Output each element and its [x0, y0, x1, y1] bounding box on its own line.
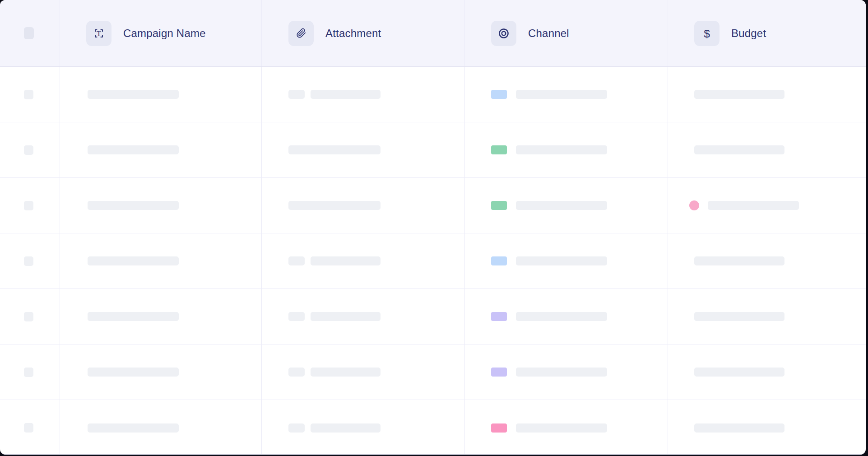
- campaign-name-cell[interactable]: [60, 178, 262, 233]
- campaign-name-skeleton: [88, 368, 179, 377]
- table-row[interactable]: [0, 344, 866, 400]
- attachment-cell[interactable]: [262, 178, 465, 233]
- column-header-channel[interactable]: Channel: [465, 0, 668, 66]
- attachment-cell[interactable]: [262, 233, 465, 288]
- channel-cell[interactable]: [465, 178, 668, 233]
- table-body: [0, 67, 866, 455]
- row-checkbox[interactable]: [24, 145, 33, 155]
- row-select-cell: [0, 67, 60, 122]
- table-row[interactable]: [0, 400, 866, 455]
- screen: { "window": { "background": "#0b0b15", "…: [0, 0, 868, 456]
- table-row[interactable]: [0, 178, 866, 233]
- table-row[interactable]: [0, 67, 866, 122]
- row-select-cell: [0, 289, 60, 344]
- column-label: Campaign Name: [123, 27, 206, 40]
- campaign-name-cell[interactable]: [60, 400, 262, 455]
- row-select-cell: [0, 344, 60, 400]
- campaign-name-cell[interactable]: [60, 289, 262, 344]
- column-header-attachment[interactable]: Attachment: [262, 0, 465, 66]
- channel-cell[interactable]: [465, 122, 668, 177]
- attachment-file-chip: [288, 90, 305, 99]
- attachment-cell[interactable]: [262, 67, 465, 122]
- campaign-name-cell[interactable]: [60, 122, 262, 177]
- attachment-skeleton: [311, 423, 381, 433]
- channel-skeleton: [516, 256, 607, 265]
- channel-skeleton: [516, 90, 607, 99]
- budget-skeleton: [708, 201, 799, 210]
- campaign-name-skeleton: [88, 423, 179, 433]
- budget-skeleton: [694, 423, 784, 433]
- campaign-name-skeleton: [88, 90, 179, 99]
- campaign-name-skeleton: [88, 256, 179, 265]
- attachment-skeleton: [311, 368, 381, 377]
- row-select-cell: [0, 233, 60, 288]
- budget-skeleton: [694, 368, 784, 377]
- campaign-name-skeleton: [88, 145, 179, 154]
- channel-cell[interactable]: [465, 344, 668, 400]
- table-row[interactable]: [0, 233, 866, 289]
- channel-skeleton: [516, 368, 607, 377]
- channel-tag-chip: [491, 368, 507, 377]
- attachment-skeleton: [311, 90, 381, 99]
- budget-cell[interactable]: [668, 122, 866, 177]
- budget-skeleton: [694, 90, 784, 99]
- channel-tag-chip: [491, 90, 507, 99]
- channel-cell[interactable]: [465, 233, 668, 288]
- table-row[interactable]: [0, 289, 866, 344]
- attachment-file-chip: [288, 312, 305, 321]
- channel-cell[interactable]: [465, 400, 668, 455]
- row-checkbox[interactable]: [24, 423, 33, 433]
- budget-status-dot: [689, 200, 699, 210]
- campaign-name-cell[interactable]: [60, 233, 262, 288]
- campaign-name-cell[interactable]: [60, 344, 262, 400]
- text-field-icon: T: [86, 21, 111, 46]
- table-row[interactable]: [0, 122, 866, 178]
- select-all-checkbox[interactable]: [24, 27, 34, 39]
- row-checkbox[interactable]: [24, 256, 33, 266]
- budget-cell[interactable]: [668, 178, 866, 233]
- row-select-cell: [0, 122, 60, 177]
- budget-cell[interactable]: [668, 233, 866, 288]
- channel-tag-chip: [491, 312, 507, 321]
- channel-cell[interactable]: [465, 67, 668, 122]
- svg-text:$: $: [704, 27, 710, 39]
- column-header-campaign-name[interactable]: T Campaign Name: [60, 0, 262, 66]
- column-header-budget[interactable]: $ Budget: [668, 0, 866, 66]
- channel-skeleton: [516, 145, 607, 154]
- attachment-cell[interactable]: [262, 400, 465, 455]
- attachment-skeleton: [288, 145, 381, 154]
- select-all-cell: [0, 0, 60, 66]
- column-label: Budget: [731, 27, 766, 40]
- budget-skeleton: [694, 256, 784, 265]
- budget-cell[interactable]: [668, 344, 866, 400]
- row-checkbox[interactable]: [24, 312, 33, 321]
- target-icon: [491, 21, 516, 46]
- budget-cell[interactable]: [668, 67, 866, 122]
- campaign-name-cell[interactable]: [60, 67, 262, 122]
- dollar-icon: $: [694, 21, 719, 46]
- table-card: T Campaign Name Attachment Channel: [0, 0, 866, 455]
- row-checkbox[interactable]: [24, 201, 33, 210]
- attachment-file-chip: [288, 423, 305, 433]
- channel-skeleton: [516, 201, 607, 210]
- attachment-cell[interactable]: [262, 344, 465, 400]
- campaign-name-skeleton: [88, 201, 179, 210]
- attachment-skeleton: [311, 312, 381, 321]
- attachment-cell[interactable]: [262, 122, 465, 177]
- svg-text:T: T: [97, 29, 101, 38]
- budget-cell[interactable]: [668, 400, 866, 455]
- channel-cell[interactable]: [465, 289, 668, 344]
- budget-cell[interactable]: [668, 289, 866, 344]
- column-label: Attachment: [325, 27, 381, 40]
- row-checkbox[interactable]: [24, 368, 33, 377]
- channel-tag-chip: [491, 423, 507, 433]
- row-checkbox[interactable]: [24, 90, 33, 99]
- column-label: Channel: [528, 27, 569, 40]
- attachment-cell[interactable]: [262, 289, 465, 344]
- paperclip-icon: [288, 21, 314, 46]
- budget-skeleton: [694, 312, 784, 321]
- campaign-name-skeleton: [88, 312, 179, 321]
- budget-skeleton: [694, 145, 784, 154]
- attachment-file-chip: [288, 368, 305, 377]
- row-select-cell: [0, 400, 60, 455]
